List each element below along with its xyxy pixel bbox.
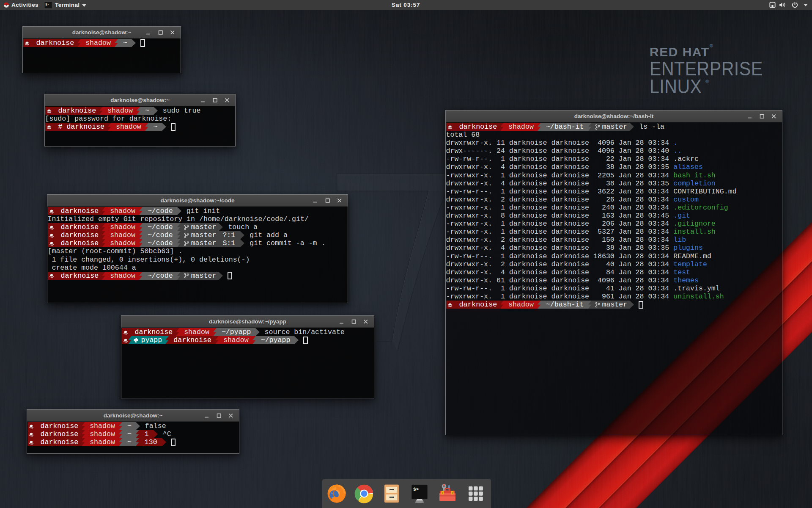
svg-text:$>: $>: [413, 487, 419, 492]
svg-text:$>: $>: [45, 3, 49, 6]
